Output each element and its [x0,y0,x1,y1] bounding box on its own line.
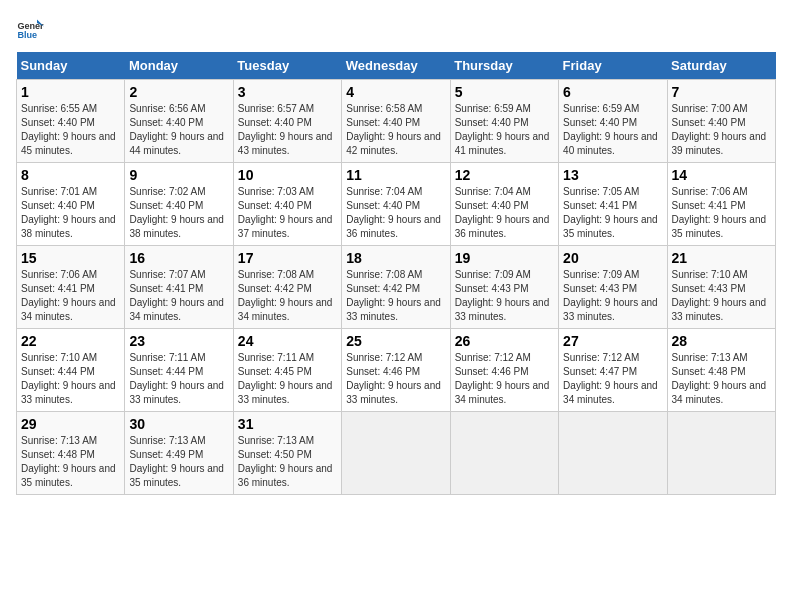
day-number: 29 [21,416,120,432]
day-info: Sunrise: 7:02 AM Sunset: 4:40 PM Dayligh… [129,186,224,239]
calendar-cell: 29 Sunrise: 7:13 AM Sunset: 4:48 PM Dayl… [17,412,125,495]
day-number: 16 [129,250,228,266]
day-info: Sunrise: 7:11 AM Sunset: 4:44 PM Dayligh… [129,352,224,405]
day-number: 31 [238,416,337,432]
calendar-cell: 10 Sunrise: 7:03 AM Sunset: 4:40 PM Dayl… [233,163,341,246]
calendar-cell: 30 Sunrise: 7:13 AM Sunset: 4:49 PM Dayl… [125,412,233,495]
calendar-cell: 17 Sunrise: 7:08 AM Sunset: 4:42 PM Dayl… [233,246,341,329]
day-number: 28 [672,333,771,349]
day-number: 24 [238,333,337,349]
calendar-cell: 23 Sunrise: 7:11 AM Sunset: 4:44 PM Dayl… [125,329,233,412]
day-number: 22 [21,333,120,349]
calendar-cell: 3 Sunrise: 6:57 AM Sunset: 4:40 PM Dayli… [233,80,341,163]
calendar-cell [450,412,558,495]
calendar-cell: 4 Sunrise: 6:58 AM Sunset: 4:40 PM Dayli… [342,80,450,163]
header-row: SundayMondayTuesdayWednesdayThursdayFrid… [17,52,776,80]
day-number: 25 [346,333,445,349]
day-number: 13 [563,167,662,183]
day-info: Sunrise: 6:57 AM Sunset: 4:40 PM Dayligh… [238,103,333,156]
calendar-cell: 28 Sunrise: 7:13 AM Sunset: 4:48 PM Dayl… [667,329,775,412]
header-area: General Blue [16,16,776,44]
calendar-cell: 15 Sunrise: 7:06 AM Sunset: 4:41 PM Dayl… [17,246,125,329]
day-info: Sunrise: 7:13 AM Sunset: 4:48 PM Dayligh… [21,435,116,488]
calendar-cell: 22 Sunrise: 7:10 AM Sunset: 4:44 PM Dayl… [17,329,125,412]
calendar-week-1: 1 Sunrise: 6:55 AM Sunset: 4:40 PM Dayli… [17,80,776,163]
column-header-wednesday: Wednesday [342,52,450,80]
calendar-week-2: 8 Sunrise: 7:01 AM Sunset: 4:40 PM Dayli… [17,163,776,246]
calendar-cell: 8 Sunrise: 7:01 AM Sunset: 4:40 PM Dayli… [17,163,125,246]
day-info: Sunrise: 7:05 AM Sunset: 4:41 PM Dayligh… [563,186,658,239]
day-number: 11 [346,167,445,183]
day-number: 9 [129,167,228,183]
column-header-thursday: Thursday [450,52,558,80]
day-number: 30 [129,416,228,432]
day-info: Sunrise: 7:11 AM Sunset: 4:45 PM Dayligh… [238,352,333,405]
day-number: 20 [563,250,662,266]
day-info: Sunrise: 7:04 AM Sunset: 4:40 PM Dayligh… [455,186,550,239]
calendar-cell: 31 Sunrise: 7:13 AM Sunset: 4:50 PM Dayl… [233,412,341,495]
calendar-cell: 26 Sunrise: 7:12 AM Sunset: 4:46 PM Dayl… [450,329,558,412]
day-number: 3 [238,84,337,100]
column-header-friday: Friday [559,52,667,80]
calendar-week-4: 22 Sunrise: 7:10 AM Sunset: 4:44 PM Dayl… [17,329,776,412]
calendar-cell: 9 Sunrise: 7:02 AM Sunset: 4:40 PM Dayli… [125,163,233,246]
logo-icon: General Blue [16,16,44,44]
day-number: 19 [455,250,554,266]
day-number: 8 [21,167,120,183]
day-info: Sunrise: 7:09 AM Sunset: 4:43 PM Dayligh… [563,269,658,322]
calendar-cell: 11 Sunrise: 7:04 AM Sunset: 4:40 PM Dayl… [342,163,450,246]
day-number: 5 [455,84,554,100]
day-info: Sunrise: 7:08 AM Sunset: 4:42 PM Dayligh… [346,269,441,322]
day-number: 1 [21,84,120,100]
calendar-cell: 14 Sunrise: 7:06 AM Sunset: 4:41 PM Dayl… [667,163,775,246]
day-number: 2 [129,84,228,100]
day-info: Sunrise: 7:12 AM Sunset: 4:47 PM Dayligh… [563,352,658,405]
day-number: 15 [21,250,120,266]
calendar-week-3: 15 Sunrise: 7:06 AM Sunset: 4:41 PM Dayl… [17,246,776,329]
day-number: 27 [563,333,662,349]
calendar-cell: 19 Sunrise: 7:09 AM Sunset: 4:43 PM Dayl… [450,246,558,329]
day-info: Sunrise: 6:59 AM Sunset: 4:40 PM Dayligh… [455,103,550,156]
day-info: Sunrise: 7:01 AM Sunset: 4:40 PM Dayligh… [21,186,116,239]
calendar-cell: 6 Sunrise: 6:59 AM Sunset: 4:40 PM Dayli… [559,80,667,163]
day-info: Sunrise: 7:13 AM Sunset: 4:50 PM Dayligh… [238,435,333,488]
calendar-cell: 5 Sunrise: 6:59 AM Sunset: 4:40 PM Dayli… [450,80,558,163]
calendar-cell: 1 Sunrise: 6:55 AM Sunset: 4:40 PM Dayli… [17,80,125,163]
day-number: 6 [563,84,662,100]
day-info: Sunrise: 7:09 AM Sunset: 4:43 PM Dayligh… [455,269,550,322]
day-number: 26 [455,333,554,349]
day-number: 18 [346,250,445,266]
calendar-cell: 20 Sunrise: 7:09 AM Sunset: 4:43 PM Dayl… [559,246,667,329]
day-info: Sunrise: 6:59 AM Sunset: 4:40 PM Dayligh… [563,103,658,156]
calendar-table: SundayMondayTuesdayWednesdayThursdayFrid… [16,52,776,495]
calendar-cell: 25 Sunrise: 7:12 AM Sunset: 4:46 PM Dayl… [342,329,450,412]
day-info: Sunrise: 7:04 AM Sunset: 4:40 PM Dayligh… [346,186,441,239]
day-info: Sunrise: 7:10 AM Sunset: 4:44 PM Dayligh… [21,352,116,405]
day-info: Sunrise: 6:55 AM Sunset: 4:40 PM Dayligh… [21,103,116,156]
logo: General Blue [16,16,44,44]
calendar-cell: 7 Sunrise: 7:00 AM Sunset: 4:40 PM Dayli… [667,80,775,163]
day-number: 21 [672,250,771,266]
day-number: 23 [129,333,228,349]
calendar-cell: 21 Sunrise: 7:10 AM Sunset: 4:43 PM Dayl… [667,246,775,329]
column-header-sunday: Sunday [17,52,125,80]
day-info: Sunrise: 7:00 AM Sunset: 4:40 PM Dayligh… [672,103,767,156]
column-header-tuesday: Tuesday [233,52,341,80]
calendar-cell: 12 Sunrise: 7:04 AM Sunset: 4:40 PM Dayl… [450,163,558,246]
column-header-monday: Monday [125,52,233,80]
svg-text:General: General [17,21,44,31]
day-info: Sunrise: 7:13 AM Sunset: 4:48 PM Dayligh… [672,352,767,405]
calendar-cell: 18 Sunrise: 7:08 AM Sunset: 4:42 PM Dayl… [342,246,450,329]
calendar-cell [559,412,667,495]
calendar-cell [667,412,775,495]
day-info: Sunrise: 6:58 AM Sunset: 4:40 PM Dayligh… [346,103,441,156]
day-info: Sunrise: 7:12 AM Sunset: 4:46 PM Dayligh… [455,352,550,405]
day-info: Sunrise: 7:10 AM Sunset: 4:43 PM Dayligh… [672,269,767,322]
column-header-saturday: Saturday [667,52,775,80]
calendar-cell: 13 Sunrise: 7:05 AM Sunset: 4:41 PM Dayl… [559,163,667,246]
calendar-week-5: 29 Sunrise: 7:13 AM Sunset: 4:48 PM Dayl… [17,412,776,495]
day-info: Sunrise: 7:12 AM Sunset: 4:46 PM Dayligh… [346,352,441,405]
day-number: 7 [672,84,771,100]
day-number: 17 [238,250,337,266]
day-info: Sunrise: 7:06 AM Sunset: 4:41 PM Dayligh… [21,269,116,322]
